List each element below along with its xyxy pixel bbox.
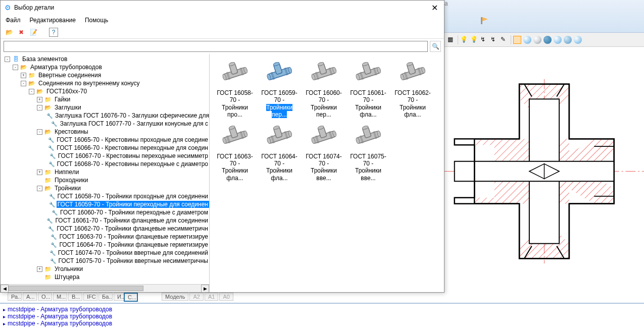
scroll-left-arrow[interactable]: ◀ bbox=[1, 285, 9, 292]
status-tab[interactable]: А... bbox=[23, 293, 37, 301]
help-toolbar-icon[interactable]: ? bbox=[49, 28, 58, 37]
thumbnail-item[interactable]: ГОСТ 16059-70 -Тройники пер... bbox=[259, 59, 300, 119]
collapse-icon[interactable]: - bbox=[5, 57, 10, 62]
tree-item[interactable]: ГОСТ 16059-70 - Тройники переходные для … bbox=[3, 200, 209, 208]
close-button[interactable]: ✕ bbox=[429, 3, 440, 13]
thumbnail-item[interactable]: ГОСТ 16075-70 -Тройники вве... bbox=[348, 123, 388, 182]
collapse-icon[interactable]: - bbox=[21, 81, 26, 86]
cube-icon[interactable] bbox=[513, 36, 521, 44]
thumbnail-image bbox=[263, 59, 295, 87]
tree-item[interactable]: Заглушка ГОСТ 16076-70 - Заглушки сферич… bbox=[3, 112, 209, 120]
bulb2-icon[interactable]: 💡 bbox=[470, 36, 478, 44]
sheet-tab[interactable]: A2 bbox=[189, 293, 203, 301]
tree-item[interactable]: +Ниппели bbox=[3, 168, 209, 176]
gear-icon: ⚙ bbox=[5, 4, 11, 12]
thumbnail-caption: ГОСТ 16061-70 -Тройники фла... bbox=[348, 89, 388, 119]
thumbnail-item[interactable]: ГОСТ 16061-70 -Тройники фла... bbox=[348, 59, 388, 119]
expand-icon[interactable]: + bbox=[21, 73, 26, 78]
thumbnail-item[interactable]: ГОСТ 16063-70 -Тройники фла... bbox=[215, 123, 255, 182]
sphere3-icon[interactable] bbox=[543, 36, 552, 44]
tree-item[interactable]: ГОСТ 16063-70 - Тройники фланцевые герме… bbox=[3, 233, 209, 241]
tree-item[interactable]: Проходники bbox=[3, 176, 209, 184]
part-icon bbox=[49, 201, 55, 208]
thumbnail-item[interactable]: ГОСТ 16058-70 -Тройники про... bbox=[215, 59, 255, 119]
tree-pane[interactable]: -База элементов-Арматура трубопроводов+В… bbox=[1, 54, 210, 292]
tree-item[interactable]: -Тройники bbox=[3, 184, 209, 192]
thumbnail-item[interactable]: ГОСТ 16060-70 -Тройники пер... bbox=[304, 59, 344, 119]
tree-item[interactable]: ГОСТ 16067-70 - Крестовины переходные не… bbox=[3, 152, 209, 160]
thumbnail-item[interactable]: ГОСТ 16064-70 -Тройники фла... bbox=[259, 123, 300, 182]
tree-item[interactable]: ГОСТ 16075-70 - Тройники ввертные несимм… bbox=[3, 257, 209, 265]
tree-item[interactable]: +Гайки bbox=[3, 95, 209, 103]
tree-item[interactable]: +Угольники bbox=[3, 265, 209, 273]
tree-item[interactable]: ГОСТ 16065-70 - Крестовины проходные для… bbox=[3, 136, 209, 144]
tree-item[interactable]: Штуцера bbox=[3, 273, 209, 281]
tree-item[interactable]: +Ввертные соединения bbox=[3, 71, 209, 79]
bulb-icon[interactable]: 💡 bbox=[460, 36, 468, 44]
sphere6-icon[interactable] bbox=[574, 36, 582, 44]
collapse-icon[interactable]: - bbox=[37, 129, 42, 135]
sheet-tab[interactable]: A1 bbox=[205, 293, 218, 301]
collapse-icon[interactable]: - bbox=[13, 65, 18, 70]
thumbnail-image bbox=[308, 123, 340, 151]
tool2-icon[interactable]: ↯ bbox=[490, 36, 499, 44]
status-tab[interactable]: В... bbox=[68, 293, 82, 301]
tree-item[interactable]: -ГОСТ160xx-70 bbox=[3, 87, 209, 95]
expand-icon[interactable]: + bbox=[37, 170, 42, 175]
tree-item[interactable]: ГОСТ 16058-70 - Тройники проходные для с… bbox=[3, 192, 209, 200]
tree-item[interactable]: ГОСТ 16061-70 - Тройники фланцевые для с… bbox=[3, 216, 209, 225]
menu-edit[interactable]: Редактирование bbox=[30, 17, 76, 24]
status-tab[interactable]: О... bbox=[38, 293, 52, 301]
status-tab[interactable]: Ра... bbox=[8, 293, 22, 301]
horizontal-scrollbar[interactable]: ◀ ▶ bbox=[1, 284, 209, 292]
sphere1-icon[interactable] bbox=[523, 36, 531, 44]
wire-icon[interactable]: ▦ bbox=[448, 36, 456, 44]
tree-item[interactable]: ГОСТ 16074-70 - Тройники ввертные для со… bbox=[3, 249, 209, 257]
delete-icon[interactable]: ✖ bbox=[17, 28, 26, 37]
sheet-tab[interactable]: Модель bbox=[162, 293, 188, 301]
thumbnail-item[interactable]: ГОСТ 16062-70 -Тройники фла... bbox=[392, 59, 433, 119]
tree-item[interactable]: Заглушка ГОСТ 16077-70 - Заглушки конусн… bbox=[3, 120, 209, 128]
tree-item[interactable]: -База элементов bbox=[3, 55, 209, 63]
scroll-thumb[interactable] bbox=[9, 286, 143, 291]
sphere5-icon[interactable] bbox=[564, 36, 572, 44]
sphere2-icon[interactable] bbox=[533, 36, 541, 44]
status-tab[interactable]: С... bbox=[124, 293, 138, 302]
sphere4-icon[interactable] bbox=[554, 36, 562, 44]
status-tab[interactable]: М... bbox=[53, 293, 67, 301]
menu-file[interactable]: Файл bbox=[6, 17, 21, 24]
bg-flag-icon[interactable] bbox=[480, 16, 491, 27]
collapse-icon[interactable]: - bbox=[37, 186, 42, 191]
expand-icon[interactable]: + bbox=[37, 266, 42, 272]
tree-item-label: ГОСТ 16064-70 - Тройники фланцевые герме… bbox=[58, 241, 209, 248]
tree-item[interactable]: ГОСТ 16064-70 - Тройники фланцевые герме… bbox=[3, 241, 209, 249]
no-expand bbox=[45, 161, 47, 167]
tree-item[interactable]: ГОСТ 16068-70 - Крестовины переходные с … bbox=[3, 160, 209, 168]
sheet-tab[interactable]: A0 bbox=[219, 293, 233, 301]
tool3-icon[interactable]: ✎ bbox=[501, 36, 509, 44]
tree-item[interactable]: ГОСТ 16062-70 - Тройники фланцевые несим… bbox=[3, 225, 209, 233]
tree-item[interactable]: ГОСТ 16060-70 - Тройники переходные с ди… bbox=[3, 208, 209, 216]
tree-item[interactable]: ГОСТ 16066-70 - Крестовины переходные дл… bbox=[3, 144, 209, 152]
open-icon[interactable]: 📂 bbox=[5, 28, 14, 37]
collapse-icon[interactable]: - bbox=[37, 105, 42, 111]
status-tab[interactable]: IFC bbox=[83, 293, 97, 301]
tree-item[interactable]: -Крестовины bbox=[3, 128, 209, 136]
search-input[interactable] bbox=[4, 41, 428, 52]
collapse-icon[interactable]: - bbox=[29, 89, 34, 94]
tree-item[interactable]: -Заглушки bbox=[3, 103, 209, 112]
command-console[interactable]: mcstdpipe - Арматура трубопроводовmcstdp… bbox=[0, 303, 644, 331]
drawing-canvas[interactable] bbox=[444, 47, 644, 296]
scroll-right-arrow[interactable]: ▶ bbox=[201, 285, 209, 292]
edit-icon[interactable]: 📝 bbox=[29, 28, 38, 37]
thumbnail-item[interactable]: ГОСТ 16074-70 -Тройники вве... bbox=[304, 123, 344, 182]
tree-item[interactable]: -Соединения по внутреннему конусу bbox=[3, 79, 209, 87]
menu-help[interactable]: Помощь bbox=[85, 17, 108, 24]
tree-item[interactable]: -Арматура трубопроводов bbox=[3, 63, 209, 71]
expand-icon[interactable]: + bbox=[37, 97, 42, 102]
status-tab[interactable]: Ба... bbox=[98, 293, 113, 301]
tree-item-label: Крестовины bbox=[54, 128, 89, 135]
tree-item-label: ГОСТ 16068-70 - Крестовины переходные с … bbox=[56, 160, 209, 168]
search-button[interactable]: 🔍 bbox=[430, 41, 441, 52]
tool1-icon[interactable]: ↯ bbox=[480, 36, 488, 44]
